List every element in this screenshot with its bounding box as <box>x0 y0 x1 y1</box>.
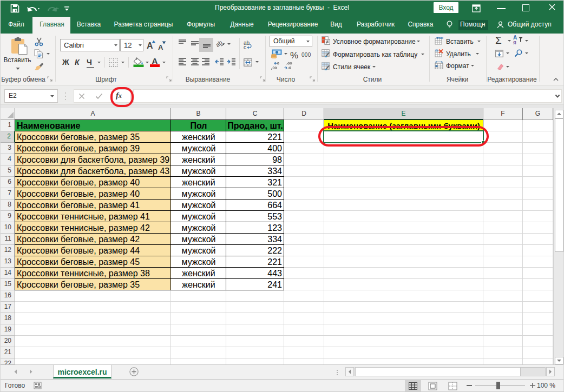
svg-text:c: c <box>244 44 246 50</box>
svg-text:ab: ab <box>215 39 224 48</box>
